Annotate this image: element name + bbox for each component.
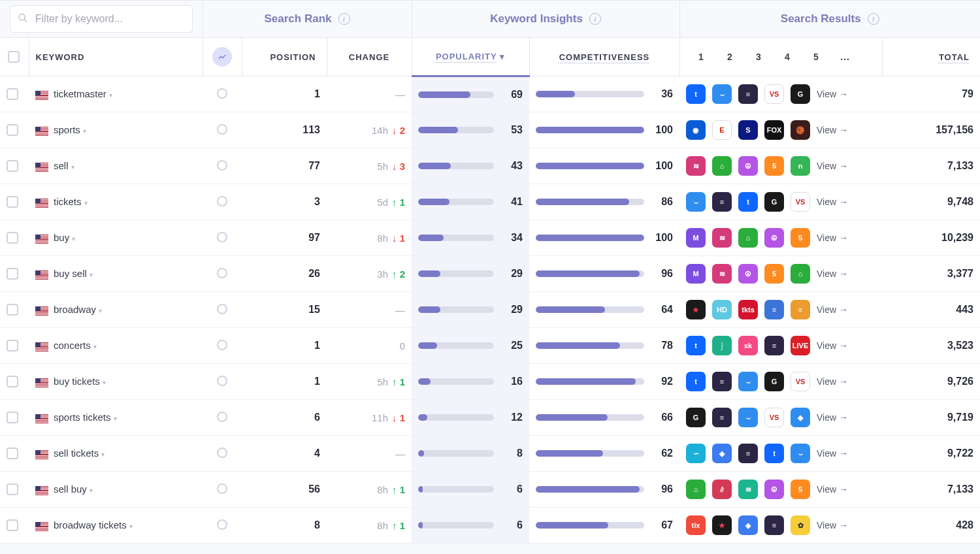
- app-icon[interactable]: ☮: [764, 480, 784, 499]
- app-icon[interactable]: 5: [791, 480, 810, 499]
- app-icon[interactable]: t: [686, 372, 706, 391]
- app-icon[interactable]: ≡: [764, 336, 784, 355]
- app-icon[interactable]: ⌣: [686, 192, 706, 212]
- app-icon[interactable]: E: [712, 120, 732, 140]
- app-icon[interactable]: ◈: [738, 515, 758, 535]
- chevron-down-icon[interactable]: ▾: [83, 127, 86, 135]
- app-icon[interactable]: ∂: [712, 480, 732, 499]
- app-icon[interactable]: M: [686, 228, 706, 248]
- app-icon[interactable]: ⌣: [712, 84, 732, 104]
- keyword-text[interactable]: sell buy: [54, 483, 87, 495]
- keyword-text[interactable]: sell: [54, 160, 69, 171]
- row-checkbox[interactable]: [7, 376, 18, 387]
- app-icon[interactable]: VS: [764, 84, 784, 104]
- app-icon[interactable]: G: [764, 192, 784, 212]
- keyword-text[interactable]: buy: [54, 232, 69, 243]
- info-icon[interactable]: i: [338, 13, 350, 25]
- chevron-down-icon[interactable]: ▾: [93, 343, 97, 350]
- row-radio[interactable]: [217, 376, 227, 386]
- keyword-text[interactable]: buy sell: [54, 268, 87, 279]
- chevron-down-icon[interactable]: ▾: [71, 163, 74, 171]
- chevron-down-icon[interactable]: ▾: [103, 379, 106, 386]
- chevron-down-icon[interactable]: ▾: [114, 415, 117, 422]
- info-icon[interactable]: i: [868, 13, 879, 25]
- app-icon[interactable]: ☮: [738, 156, 758, 176]
- app-icon[interactable]: ≋: [686, 156, 706, 176]
- app-icon[interactable]: S: [738, 120, 758, 140]
- chart-toggle-button[interactable]: [212, 47, 232, 67]
- app-icon[interactable]: FOX: [764, 120, 784, 140]
- app-icon[interactable]: ⌂: [686, 480, 706, 499]
- app-icon[interactable]: sk: [738, 336, 758, 355]
- col-popularity[interactable]: POPULARITY ▾: [412, 38, 529, 76]
- app-icon[interactable]: ★: [712, 515, 732, 535]
- keyword-text[interactable]: sports: [54, 124, 80, 135]
- row-radio[interactable]: [217, 340, 227, 350]
- app-icon[interactable]: ≡: [738, 444, 758, 463]
- row-checkbox[interactable]: [7, 232, 18, 244]
- row-checkbox[interactable]: [7, 124, 18, 136]
- app-icon[interactable]: ⌣: [791, 444, 810, 463]
- col-keyword[interactable]: KEYWORD: [29, 38, 203, 76]
- app-icon[interactable]: ⌂: [712, 156, 732, 176]
- row-checkbox[interactable]: [7, 88, 18, 100]
- keyword-text[interactable]: tickets: [54, 196, 82, 207]
- app-icon[interactable]: ☮: [738, 264, 758, 284]
- app-icon[interactable]: ≡: [764, 515, 784, 535]
- app-icon[interactable]: t: [738, 192, 758, 212]
- app-icon[interactable]: G: [686, 408, 706, 427]
- app-icon[interactable]: ⌂: [791, 264, 810, 284]
- app-icon[interactable]: VS: [791, 192, 810, 212]
- app-icon[interactable]: ≡: [738, 84, 758, 104]
- view-link[interactable]: View →: [817, 161, 848, 171]
- chevron-down-icon[interactable]: ▾: [101, 451, 105, 458]
- app-icon[interactable]: 5: [764, 156, 784, 176]
- view-link[interactable]: View →: [817, 484, 848, 495]
- col-position[interactable]: POSITION: [242, 38, 327, 76]
- keyword-text[interactable]: concerts: [54, 340, 91, 351]
- row-radio[interactable]: [217, 232, 227, 242]
- row-checkbox[interactable]: [7, 448, 18, 459]
- keyword-text[interactable]: sell tickets: [54, 448, 99, 459]
- app-icon[interactable]: ◈: [712, 444, 732, 463]
- app-icon[interactable]: ★: [686, 300, 706, 319]
- app-icon[interactable]: ☮: [764, 228, 784, 248]
- app-icon[interactable]: LIVE: [791, 336, 810, 355]
- view-link[interactable]: View →: [817, 197, 848, 207]
- row-checkbox[interactable]: [7, 196, 18, 208]
- app-icon[interactable]: G: [764, 372, 784, 391]
- chevron-down-icon[interactable]: ▾: [90, 271, 93, 278]
- row-checkbox[interactable]: [7, 412, 18, 423]
- info-icon[interactable]: i: [589, 13, 601, 25]
- keyword-text[interactable]: broadway tickets: [54, 519, 127, 530]
- col-change[interactable]: CHANGE: [327, 38, 412, 76]
- row-checkbox[interactable]: [7, 268, 18, 280]
- app-icon[interactable]: VS: [791, 372, 810, 391]
- app-icon[interactable]: ◆: [791, 408, 810, 427]
- row-radio[interactable]: [217, 519, 227, 530]
- view-link[interactable]: View →: [817, 340, 848, 351]
- chevron-down-icon[interactable]: ▾: [90, 487, 93, 494]
- app-icon[interactable]: 5: [764, 264, 784, 284]
- col-competitiveness[interactable]: COMPETITIVENESS: [529, 38, 679, 76]
- app-icon[interactable]: ≡: [712, 372, 732, 391]
- app-icon[interactable]: t: [764, 444, 784, 463]
- app-icon[interactable]: t: [686, 84, 706, 104]
- view-link[interactable]: View →: [817, 269, 848, 279]
- row-radio[interactable]: [217, 448, 227, 458]
- row-radio[interactable]: [217, 268, 227, 278]
- app-icon[interactable]: G: [791, 84, 810, 104]
- keyword-text[interactable]: buy tickets: [54, 376, 100, 387]
- view-link[interactable]: View →: [817, 125, 848, 135]
- app-icon[interactable]: ≡: [764, 300, 784, 319]
- app-icon[interactable]: ⌣: [738, 372, 758, 391]
- app-icon[interactable]: n: [791, 156, 810, 176]
- app-icon[interactable]: ≡: [712, 192, 732, 212]
- row-radio[interactable]: [217, 304, 227, 314]
- app-icon[interactable]: tkts: [738, 300, 758, 319]
- col-total[interactable]: TOTAL: [882, 38, 980, 76]
- row-radio[interactable]: [217, 88, 227, 99]
- chevron-down-icon[interactable]: ▾: [109, 91, 112, 99]
- row-radio[interactable]: [217, 160, 227, 171]
- view-link[interactable]: View →: [817, 376, 848, 387]
